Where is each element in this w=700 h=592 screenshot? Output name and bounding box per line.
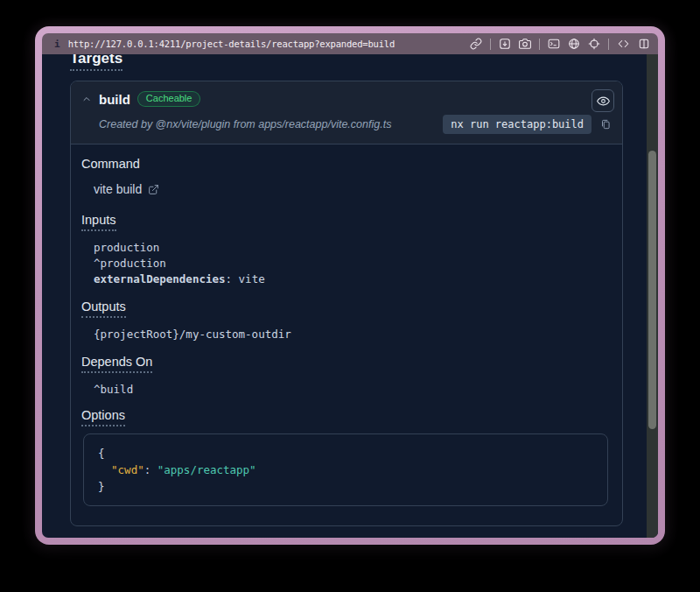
- inputs-heading[interactable]: Inputs: [81, 213, 116, 231]
- external-link-icon[interactable]: [148, 184, 159, 195]
- panel-icon[interactable]: [638, 38, 650, 50]
- globe-icon[interactable]: [568, 38, 580, 50]
- depends-on-heading[interactable]: Depends On: [81, 355, 152, 373]
- view-target-button[interactable]: [592, 89, 614, 112]
- input-item[interactable]: production: [94, 240, 608, 256]
- code-line: {: [98, 445, 593, 462]
- toolbar-separator: [490, 39, 491, 50]
- copy-icon[interactable]: [599, 118, 612, 130]
- chevron-up-icon[interactable]: [81, 94, 92, 104]
- browser-topbar: i http://127.0.0.1:4211/project-details/…: [42, 33, 658, 54]
- json-separator: :: [144, 463, 158, 476]
- terminal-icon[interactable]: [548, 38, 560, 50]
- input-value: vite: [239, 272, 265, 285]
- scrollbar-track[interactable]: [647, 54, 658, 538]
- download-icon[interactable]: [499, 38, 511, 50]
- options-code-block: { "cwd": "apps/reactapp" }: [83, 433, 608, 506]
- page-content: Targets build Cacheable: [42, 54, 658, 538]
- options-heading[interactable]: Options: [81, 408, 125, 426]
- input-item[interactable]: externalDependencies: vite: [94, 271, 608, 287]
- cacheable-badge: Cacheable: [137, 91, 201, 107]
- input-item[interactable]: ^production: [94, 256, 608, 271]
- command-heading: Command: [81, 157, 140, 171]
- code-icon[interactable]: [617, 38, 630, 50]
- target-icon[interactable]: [588, 38, 600, 50]
- code-line: }: [98, 478, 593, 495]
- created-by-text: Created by @nx/vite/plugin from apps/rea…: [99, 118, 391, 130]
- json-key: "cwd": [111, 463, 144, 476]
- command-value: vite build: [94, 182, 142, 196]
- build-card-header[interactable]: build Cacheable Created by @nx/vite/plug…: [71, 81, 622, 144]
- target-card-build: build Cacheable Created by @nx/vite/plug…: [70, 81, 623, 526]
- input-key: externalDependencies: [94, 272, 226, 285]
- code-indent: [98, 463, 111, 476]
- link-icon[interactable]: [470, 38, 482, 50]
- json-string-value: "apps/reactapp": [158, 463, 256, 476]
- url-bar[interactable]: http://127.0.0.1:4211/project-details/re…: [68, 39, 462, 49]
- camera-icon[interactable]: [519, 38, 531, 50]
- build-card-body: Command vite build Inputs production ^pr…: [71, 144, 622, 525]
- toolbar-separator: [539, 39, 540, 50]
- targets-heading: Targets: [70, 54, 122, 71]
- input-separator: :: [226, 272, 239, 285]
- output-item[interactable]: {projectRoot}/my-custom-outdir: [94, 327, 608, 342]
- run-command-chip[interactable]: nx run reactapp:build: [443, 115, 592, 134]
- scrollbar-thumb[interactable]: [648, 151, 656, 429]
- toolbar-separator: [608, 39, 609, 50]
- code-line: "cwd": "apps/reactapp": [98, 462, 593, 478]
- depends-on-item[interactable]: ^build: [94, 382, 608, 398]
- info-badge: i: [54, 39, 60, 50]
- target-name: build: [99, 92, 130, 107]
- browser-window: i http://127.0.0.1:4211/project-details/…: [35, 26, 665, 545]
- outputs-heading[interactable]: Outputs: [81, 300, 126, 318]
